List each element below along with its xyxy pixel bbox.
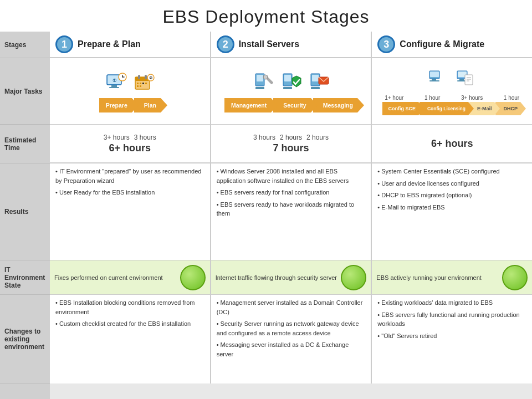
svg-rect-10 xyxy=(138,75,140,79)
main-layout: Stages Major Tasks Estimated Time Result… xyxy=(0,32,532,399)
time-messaging: 2 hours xyxy=(306,134,329,141)
svg-rect-37 xyxy=(459,79,464,80)
time-config-sce: 1+ hour xyxy=(385,95,403,101)
change-1-1: Custom checklist created for the EBS ins… xyxy=(55,319,204,329)
time-config-lic: 1 hour xyxy=(424,95,440,101)
svg-rect-34 xyxy=(429,80,439,81)
svg-rect-1 xyxy=(111,85,117,87)
result-3-3: E-Mail to migrated EBS xyxy=(377,203,526,212)
time-sub-1: 3+ hours 3 hours xyxy=(104,134,156,141)
svg-rect-11 xyxy=(145,75,147,79)
left-labels: Stages Major Tasks Estimated Time Result… xyxy=(0,32,50,399)
result-3-1: User and device licenses configured xyxy=(377,179,526,188)
management-icon xyxy=(251,70,275,95)
stage-title-2: Install Servers xyxy=(239,39,299,49)
changes-list-2: Management server installed as a Domain … xyxy=(217,298,366,359)
task-icons-col3 xyxy=(426,67,478,91)
svg-rect-39 xyxy=(465,75,473,85)
time-security: 2 hours xyxy=(280,134,302,141)
green-circle-1 xyxy=(180,265,206,290)
config-lic-icon xyxy=(454,67,478,91)
stage-title-1: Prepare & Plan xyxy=(78,39,141,49)
changes-list-3: Existing workloads' data migrated to EBS… xyxy=(377,298,526,340)
svg-rect-2 xyxy=(109,87,119,88)
svg-rect-23 xyxy=(255,87,264,89)
green-circle-3 xyxy=(502,265,528,290)
svg-rect-14 xyxy=(142,83,144,84)
change-3-2: "Old" Servers retired xyxy=(377,331,526,341)
plan-icon: ② xyxy=(131,70,156,95)
task-icons-col1: ① xyxy=(104,70,156,95)
label-changes: Changes to existing environment xyxy=(0,295,50,383)
task-config-lic: Config Licensing xyxy=(420,102,468,115)
tasks-col-2: Management Security Messaging xyxy=(211,58,372,124)
tasks-col-1: ① xyxy=(50,58,211,124)
time-total-1: 6+ hours xyxy=(109,142,151,154)
label-tasks: Major Tasks xyxy=(0,58,50,125)
stage-headers: 1 Prepare & Plan 2 Install Servers 3 Con… xyxy=(50,32,532,58)
row-changes: EBS Installation blocking conditions rem… xyxy=(50,295,532,383)
result-3-0: System Center Essentials (SCE) configure… xyxy=(377,167,526,176)
security-icon xyxy=(279,70,303,95)
result-1-1: User Ready for the EBS installation xyxy=(55,188,204,197)
green-circle-2 xyxy=(341,265,366,290)
task-arrows-col1: Prepare Plan xyxy=(99,98,161,112)
result-2-2: EBS servers ready to have workloads migr… xyxy=(217,200,366,218)
svg-text:①: ① xyxy=(112,78,116,83)
svg-rect-26 xyxy=(283,87,292,89)
time-total-2: 7 hours xyxy=(273,142,309,154)
result-1-0: IT Environment "prepared" by user as rec… xyxy=(55,167,204,185)
page-wrapper: EBS Deployment Stages Stages Major Tasks… xyxy=(0,0,532,399)
svg-text:②: ② xyxy=(149,76,153,80)
time-col-1: 3+ hours 3 hours 6+ hours xyxy=(50,125,211,162)
time-management: 3 hours xyxy=(253,134,275,141)
svg-rect-17 xyxy=(140,85,141,87)
change-1-0: EBS Installation blocking conditions rem… xyxy=(55,298,204,316)
stage-num-2: 2 xyxy=(217,35,234,53)
label-stages: Stages xyxy=(0,32,50,58)
time-plan: 3 hours xyxy=(134,134,156,141)
it-state-text-2: Internet traffic flowing through securit… xyxy=(216,274,339,281)
results-list-3: System Center Essentials (SCE) configure… xyxy=(377,167,526,212)
stage-num-3: 3 xyxy=(377,35,395,53)
task-messaging: Messaging xyxy=(313,98,357,112)
change-2-2: Messaging sever installed as a DC & Exch… xyxy=(217,340,366,359)
svg-rect-25 xyxy=(284,75,291,81)
page-title: EBS Deployment Stages xyxy=(0,0,532,32)
messaging-icon xyxy=(306,70,331,95)
task-config-sce: Config SCE xyxy=(382,102,418,115)
svg-rect-16 xyxy=(137,85,139,87)
task-prepare: Prepare xyxy=(99,98,132,112)
svg-rect-28 xyxy=(312,75,319,81)
row-tasks: ① xyxy=(50,58,532,125)
time-total-3: 6+ hours xyxy=(431,138,473,150)
svg-rect-15 xyxy=(145,83,147,84)
it-state-col-1: Fixes performed on current environment xyxy=(50,260,211,294)
time-prepare: 3+ hours xyxy=(104,134,130,141)
time-col-2: 3 hours 2 hours 2 hours 7 hours xyxy=(211,125,372,162)
task-icons-col2 xyxy=(251,70,331,95)
it-state-col-3: EBS actively running your environment xyxy=(372,260,532,294)
time-col-3: 6+ hours xyxy=(372,125,532,162)
label-results: Results xyxy=(0,163,50,260)
task-arrows-col3: Config SCE Config Licensing E-Mail DHCP xyxy=(382,102,521,115)
changes-col-1: EBS Installation blocking conditions rem… xyxy=(50,295,211,383)
result-2-0: Windows Server 2008 installed and all EB… xyxy=(217,167,366,185)
config-sce-icon xyxy=(426,67,451,91)
stage-header-1: 1 Prepare & Plan xyxy=(50,32,211,57)
changes-list-1: EBS Installation blocking conditions rem… xyxy=(55,298,204,329)
results-list-2: Windows Server 2008 installed and all EB… xyxy=(217,167,366,218)
change-2-0: Management server installed as a Domain … xyxy=(217,298,366,316)
result-3-2: DHCP to EBS migrated (optional) xyxy=(377,191,526,200)
change-3-0: Existing workloads' data migrated to EBS xyxy=(377,298,526,308)
it-state-text-3: EBS actively running your environment xyxy=(376,274,500,281)
stage-header-2: 2 Install Servers xyxy=(211,32,372,57)
svg-rect-12 xyxy=(137,83,139,84)
col3-sub-times: 1+ hour 1 hour 3+ hours 1 hour xyxy=(374,95,530,101)
task-management: Management xyxy=(224,98,271,112)
svg-rect-13 xyxy=(140,83,141,84)
change-2-1: Security Server running as network gatew… xyxy=(217,319,366,337)
task-security: Security xyxy=(273,98,310,112)
results-col-1: IT Environment "prepared" by user as rec… xyxy=(50,163,211,260)
prepare-icon: ① xyxy=(104,70,128,95)
